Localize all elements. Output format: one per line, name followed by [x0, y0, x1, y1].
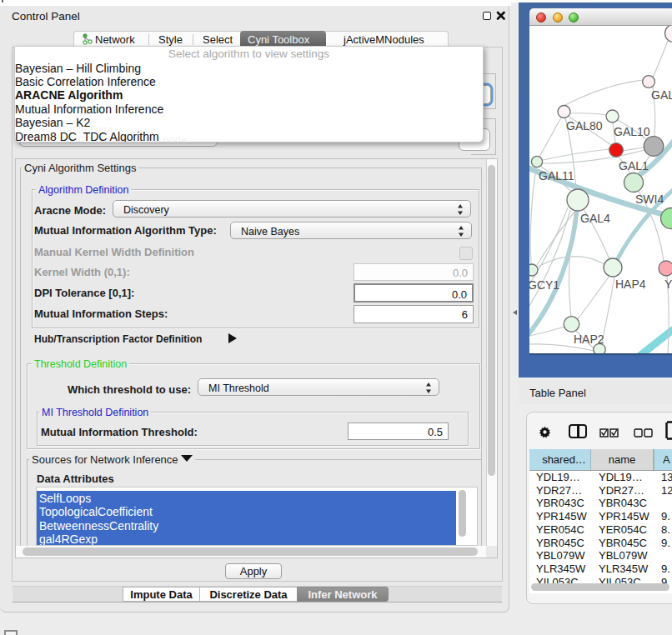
- svg-text:GAL4: GAL4: [580, 212, 610, 225]
- svg-text:HAP2: HAP2: [574, 332, 604, 346]
- svg-text:Y: Y: [664, 278, 672, 291]
- svg-text:GCY1: GCY1: [529, 278, 559, 292]
- svg-text:GAL: GAL: [651, 88, 672, 102]
- svg-text:GAL10: GAL10: [614, 125, 650, 138]
- svg-text:GAL11: GAL11: [539, 169, 574, 182]
- svg-text:GAL1: GAL1: [619, 159, 649, 172]
- svg-text:GAL80: GAL80: [566, 119, 603, 132]
- svg-text:HAP4: HAP4: [615, 278, 646, 291]
- svg-text:SWI4: SWI4: [635, 192, 664, 206]
